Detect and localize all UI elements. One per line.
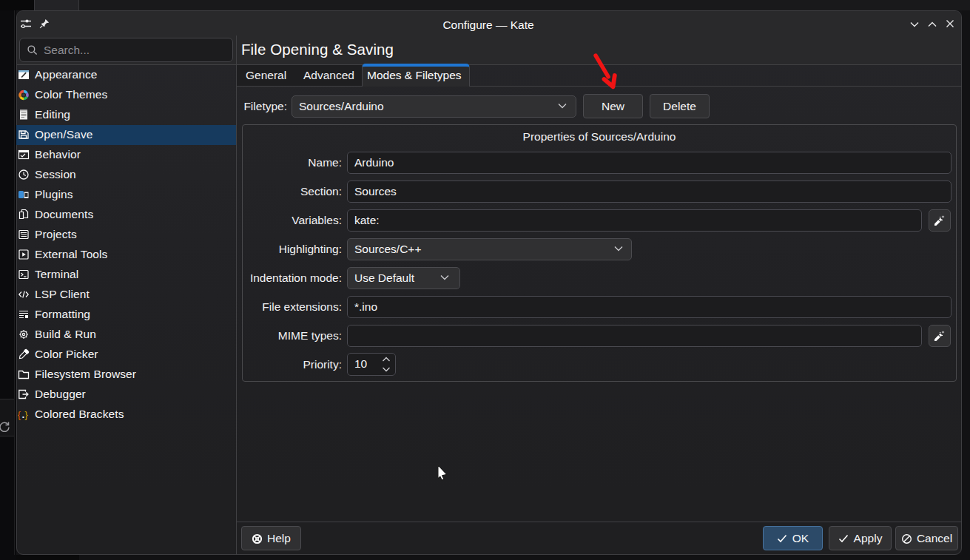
svg-text:}: } (24, 409, 28, 420)
svg-text:{: { (18, 409, 21, 420)
